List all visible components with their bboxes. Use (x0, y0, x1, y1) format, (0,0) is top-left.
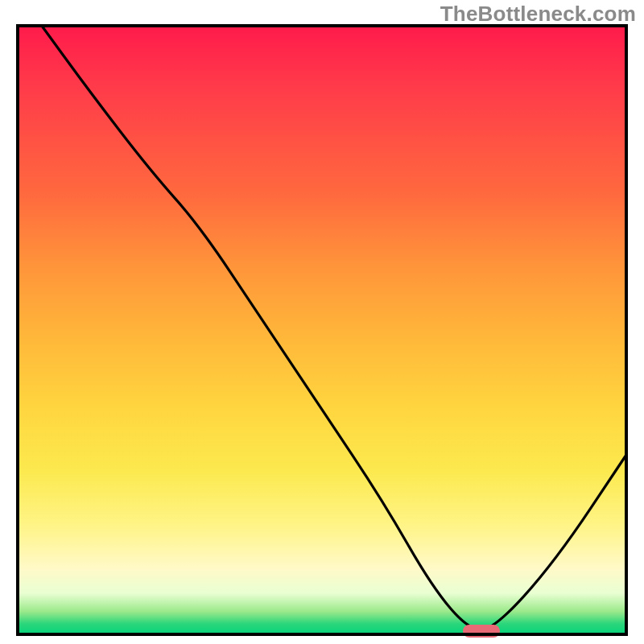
bottleneck-curve (16, 24, 628, 636)
chart-frame: TheBottleneck.com (0, 0, 644, 644)
watermark-text: TheBottleneck.com (440, 2, 636, 27)
curve-path (40, 24, 628, 630)
optimal-range-marker (463, 625, 500, 638)
plot-area (16, 24, 628, 636)
